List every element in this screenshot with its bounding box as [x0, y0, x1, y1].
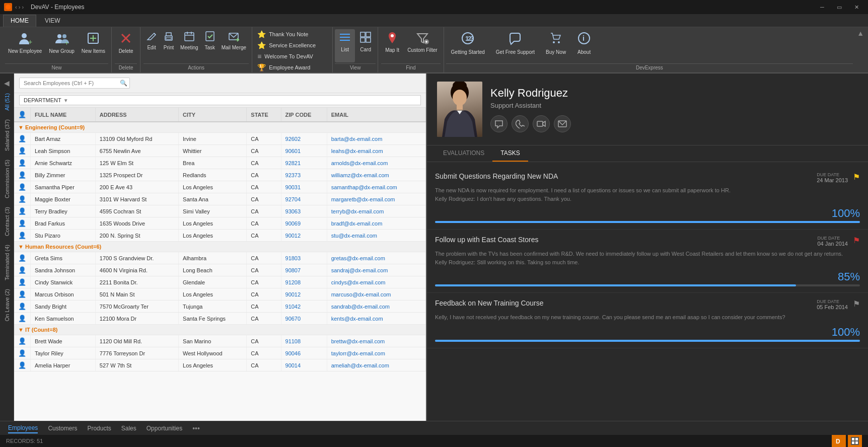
email-link[interactable]: stu@dx-email.com: [331, 233, 377, 239]
nav-sales[interactable]: Sales: [121, 424, 136, 433]
table-row[interactable]: 👤 Billy Zimmer 1325 Prospect Dr Redlands…: [14, 169, 426, 181]
tab-tasks[interactable]: TASKS: [492, 145, 528, 162]
sidebar-item-commission[interactable]: Commission (5): [2, 156, 12, 202]
new-group-button[interactable]: + New Group: [46, 29, 78, 55]
mail-merge-button[interactable]: Mail Merge: [219, 29, 249, 52]
nav-products[interactable]: Products: [87, 424, 111, 433]
col-email[interactable]: EMAIL: [327, 108, 425, 122]
tab-view[interactable]: VIEW: [37, 15, 68, 27]
table-row[interactable]: 👤 Stu Pizaro 200 N. Spring St Los Angele…: [14, 230, 426, 242]
delete-button[interactable]: Delete: [115, 29, 137, 55]
table-row[interactable]: 👤 Arnie Schwartz 125 W Elm St Brea CA 92…: [14, 157, 426, 169]
col-zipcode[interactable]: ZIP CODE: [281, 108, 327, 122]
email-link[interactable]: marcuso@dx-email.com: [331, 291, 391, 297]
group-expand-icon[interactable]: ▼: [18, 327, 24, 333]
zip-link[interactable]: 92704: [285, 196, 301, 202]
getting-started-button[interactable]: 1 2 3 Getting Started: [446, 29, 490, 62]
restore-btn[interactable]: ▭: [832, 0, 847, 14]
nav-opportunities[interactable]: Opportunities: [147, 424, 182, 433]
buy-now-button[interactable]: Buy Now: [541, 29, 571, 62]
edit-button[interactable]: Edit: [143, 29, 160, 52]
col-fullname[interactable]: FULL NAME: [31, 108, 96, 122]
tab-home[interactable]: HOME: [3, 15, 36, 27]
group-expand-icon[interactable]: ▼: [18, 124, 24, 130]
sidebar-item-contract[interactable]: Contract (3): [2, 203, 12, 240]
new-employee-button[interactable]: + New Employee: [5, 29, 45, 55]
table-row[interactable]: 👤 Brett Wade 1120 Old Mill Rd. San Marin…: [14, 335, 426, 347]
email-link[interactable]: bradf@dx-email.com: [331, 220, 383, 227]
zip-link[interactable]: 90014: [285, 362, 301, 368]
email-profile-btn[interactable]: [554, 115, 571, 132]
email-link[interactable]: terryb@dx-email.com: [331, 208, 384, 214]
map-it-button[interactable]: Map It: [381, 29, 403, 54]
sidebar-item-on-leave[interactable]: On Leave (2): [2, 285, 12, 325]
nav-more[interactable]: •••: [192, 424, 200, 432]
email-link[interactable]: gretas@dx-email.com: [331, 255, 385, 261]
col-state[interactable]: STATE: [247, 108, 281, 122]
col-address[interactable]: ADDRESS: [95, 108, 178, 122]
email-link[interactable]: sandrab@dx-email.com: [331, 304, 390, 310]
card-view-btn[interactable]: Card: [355, 29, 376, 62]
tab-evaluations[interactable]: EVALUATIONS: [435, 145, 492, 162]
meeting-button[interactable]: Meeting: [178, 29, 201, 52]
table-row[interactable]: 👤 Terry Bradley 4595 Cochran St Simi Val…: [14, 205, 426, 217]
search-box[interactable]: 🔍: [19, 78, 130, 89]
email-link[interactable]: taylorr@dx-email.com: [331, 350, 385, 356]
zip-link[interactable]: 92373: [285, 172, 301, 178]
table-row[interactable]: 👤 Cindy Stanwick 2211 Bonita Dr. Glendal…: [14, 276, 426, 288]
list-view-btn[interactable]: List: [335, 29, 355, 62]
table-row[interactable]: 👤 Ken Samuelson 12100 Mora Dr Santa Fe S…: [14, 313, 426, 325]
email-link[interactable]: williamz@dx-email.com: [331, 172, 389, 178]
email-link[interactable]: brettw@dx-email.com: [331, 338, 385, 344]
zip-link[interactable]: 93063: [285, 208, 301, 214]
email-link[interactable]: kents@dx-email.com: [331, 316, 383, 322]
phone-btn[interactable]: [512, 115, 529, 132]
zip-link[interactable]: 90031: [285, 184, 301, 190]
sidebar-item-all[interactable]: All (51): [2, 89, 12, 115]
video-btn[interactable]: [533, 115, 550, 132]
status-icon-2[interactable]: [848, 435, 862, 447]
table-row[interactable]: 👤 Bart Arnaz 13109 Old Myford Rd Irvine …: [14, 133, 426, 145]
zip-link[interactable]: 90807: [285, 267, 301, 273]
status-icon-1[interactable]: D: [832, 435, 846, 447]
email-link[interactable]: barta@dx-email.com: [331, 136, 383, 142]
zip-link[interactable]: 90046: [285, 350, 301, 356]
email-link[interactable]: cindys@dx-email.com: [331, 279, 386, 285]
zip-link[interactable]: 90012: [285, 233, 301, 239]
table-row[interactable]: 👤 Sandy Bright 7570 McGroarty Ter Tujung…: [14, 301, 426, 313]
zip-link[interactable]: 90601: [285, 148, 301, 154]
new-items-button[interactable]: New Items: [79, 29, 108, 55]
zip-link[interactable]: 90670: [285, 316, 301, 322]
zip-link[interactable]: 91803: [285, 255, 301, 261]
message-btn[interactable]: [490, 115, 508, 132]
service-excellence-btn[interactable]: ⭐ Service Excellence: [255, 40, 329, 50]
search-input[interactable]: [22, 78, 120, 88]
table-row[interactable]: 👤 Maggie Boxter 3101 W Harvard St Santa …: [14, 193, 426, 205]
zip-link[interactable]: 91042: [285, 304, 301, 310]
email-link[interactable]: leahs@dx-email.com: [331, 148, 383, 154]
table-row[interactable]: 👤 Taylor Riley 7776 Torreyson Dr West Ho…: [14, 347, 426, 359]
zip-link[interactable]: 91108: [285, 338, 301, 344]
table-row[interactable]: 👤 Leah Simpson 6755 Newlin Ave Whittier …: [14, 145, 426, 157]
employee-award-btn[interactable]: 🏆 Employee Award: [255, 62, 329, 72]
email-link[interactable]: arnolds@dx-email.com: [331, 160, 388, 166]
zip-link[interactable]: 90069: [285, 220, 301, 227]
print-button[interactable]: Print: [161, 29, 177, 52]
about-button[interactable]: i About: [572, 29, 596, 62]
sidebar-item-terminated[interactable]: Terminated (4): [2, 241, 12, 284]
minimize-btn[interactable]: ─: [815, 0, 830, 14]
table-row[interactable]: 👤 Samantha Piper 200 E Ave 43 Los Angele…: [14, 181, 426, 193]
table-row[interactable]: 👤 Marcus Orbison 501 N Main St Los Angel…: [14, 288, 426, 301]
close-btn[interactable]: ✕: [849, 0, 864, 14]
zip-link[interactable]: 92602: [285, 136, 301, 142]
email-link[interactable]: sandraj@dx-email.com: [331, 267, 388, 273]
zip-link[interactable]: 90012: [285, 291, 301, 297]
nav-employees[interactable]: Employees: [8, 423, 38, 433]
table-row[interactable]: 👤 Amelia Harper 527 W 7th St Los Angeles…: [14, 359, 426, 371]
col-city[interactable]: CITY: [179, 108, 247, 122]
welcome-btn[interactable]: ≡ Welcome To DevAV: [255, 51, 329, 61]
email-link[interactable]: margaretb@dx-email.com: [331, 196, 395, 202]
email-link[interactable]: ameliah@dx-email.com: [331, 362, 389, 368]
thank-you-note-btn[interactable]: ⭐ Thank You Note: [255, 29, 329, 39]
custom-filter-button[interactable]: Custom Filter: [404, 29, 440, 54]
